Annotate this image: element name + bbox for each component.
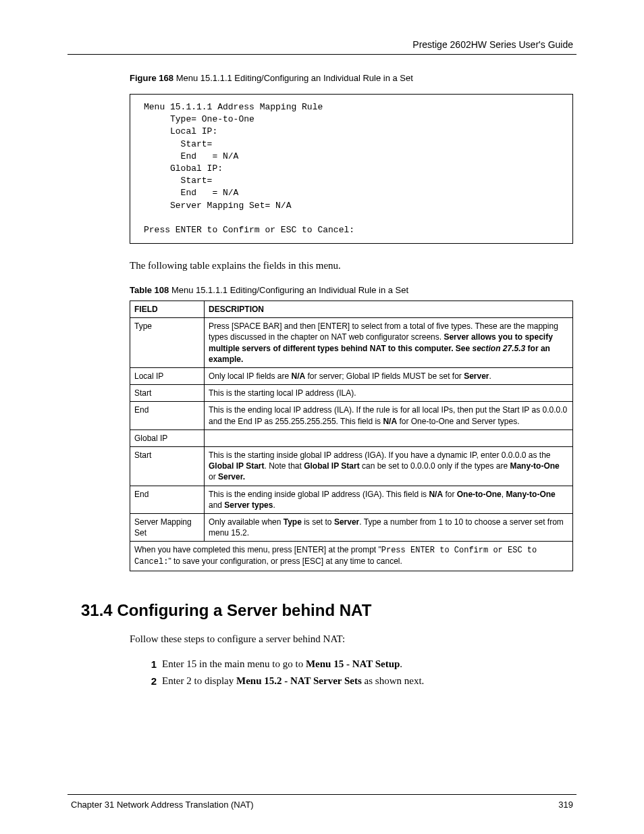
description-cell: Only available when Type is set to Serve… bbox=[205, 513, 573, 541]
table-footer-row: When you have completed this menu, press… bbox=[130, 542, 573, 571]
field-cell: Type bbox=[130, 318, 205, 368]
page-content: Figure 168 Menu 15.1.1.1 Editing/Configu… bbox=[81, 73, 573, 692]
col-field-header: FIELD bbox=[130, 301, 205, 318]
col-description-header: DESCRIPTION bbox=[205, 301, 573, 318]
table-row: StartThis is the starting local IP addre… bbox=[130, 385, 573, 402]
step-text: Enter 15 in the main menu to go to Menu … bbox=[162, 658, 402, 670]
step-number: 2 bbox=[143, 675, 157, 687]
figure-title: Menu 15.1.1.1 Editing/Configuring an Ind… bbox=[173, 73, 413, 83]
step-number: 1 bbox=[143, 658, 157, 670]
table-row: EndThis is the ending local IP address (… bbox=[130, 402, 573, 429]
table-row: StartThis is the starting inside global … bbox=[130, 446, 573, 486]
field-cell: Server Mapping Set bbox=[130, 513, 205, 541]
description-cell: Press [SPACE BAR] and then [ENTER] to se… bbox=[205, 318, 573, 368]
table-row: Global IP bbox=[130, 429, 573, 446]
field-cell: Start bbox=[130, 385, 205, 402]
field-cell: Start bbox=[130, 446, 205, 486]
menu-screen-box: Menu 15.1.1.1 Address Mapping Rule Type=… bbox=[130, 94, 573, 244]
field-cell: End bbox=[130, 486, 205, 513]
table-row: TypePress [SPACE BAR] and then [ENTER] t… bbox=[130, 318, 573, 368]
field-cell: Local IP bbox=[130, 368, 205, 385]
description-cell: Only local IP fields are N/A for server;… bbox=[205, 368, 573, 385]
step-item: 1Enter 15 in the main menu to go to Menu… bbox=[143, 658, 573, 670]
footer-chapter: Chapter 31 Network Address Translation (… bbox=[71, 800, 254, 810]
table-number: Table 108 bbox=[130, 285, 169, 295]
table-caption: Table 108 Menu 15.1.1.1 Editing/Configur… bbox=[130, 285, 573, 295]
intro-paragraph: The following table explains the fields … bbox=[130, 260, 573, 271]
field-cell: Global IP bbox=[130, 429, 205, 446]
description-cell: This is the ending local IP address (ILA… bbox=[205, 402, 573, 429]
figure-number: Figure 168 bbox=[130, 73, 173, 83]
field-cell: End bbox=[130, 402, 205, 429]
description-cell: This is the starting local IP address (I… bbox=[205, 385, 573, 402]
table-row: EndThis is the ending inside global IP a… bbox=[130, 486, 573, 513]
description-cell: This is the ending inside global IP addr… bbox=[205, 486, 573, 513]
figure-caption: Figure 168 Menu 15.1.1.1 Editing/Configu… bbox=[130, 73, 573, 83]
step-item: 2Enter 2 to display Menu 15.2 - NAT Serv… bbox=[143, 675, 573, 687]
table-header-row: FIELD DESCRIPTION bbox=[130, 301, 573, 318]
table-row: Local IPOnly local IP fields are N/A for… bbox=[130, 368, 573, 385]
header-divider bbox=[68, 54, 576, 55]
description-cell bbox=[205, 429, 573, 446]
section-heading: 31.4 Configuring a Server behind NAT bbox=[81, 601, 573, 620]
header-guide-title: Prestige 2602HW Series User's Guide bbox=[412, 39, 573, 50]
footer-page-number: 319 bbox=[558, 800, 573, 810]
step-list: 1Enter 15 in the main menu to go to Menu… bbox=[143, 658, 573, 687]
table-footer-cell: When you have completed this menu, press… bbox=[130, 542, 573, 571]
table-title: Menu 15.1.1.1 Editing/Configuring an Ind… bbox=[169, 285, 408, 295]
step-text: Enter 2 to display Menu 15.2 - NAT Serve… bbox=[162, 675, 424, 687]
description-cell: This is the starting inside global IP ad… bbox=[205, 446, 573, 486]
footer-divider bbox=[68, 794, 576, 795]
section-intro: Follow these steps to configure a server… bbox=[130, 633, 573, 645]
table-row: Server Mapping SetOnly available when Ty… bbox=[130, 513, 573, 541]
field-description-table: FIELD DESCRIPTION TypePress [SPACE BAR] … bbox=[130, 301, 573, 571]
